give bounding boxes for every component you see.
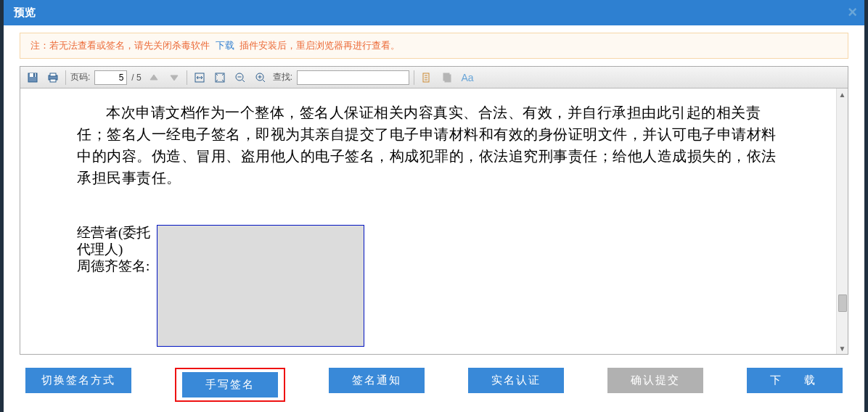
svg-rect-4 (50, 73, 56, 76)
scroll-thumb[interactable] (838, 294, 847, 312)
download-button[interactable]: 下 载 (747, 368, 843, 393)
page-area: 本次申请文档作为一个整体，签名人保证相关内容真实、合法、有效，并自行承担由此引起… (20, 88, 848, 354)
modal-body: 注：若无法查看或签名，请先关闭杀毒软件 下载 插件安装后，重启浏览器再进行查看。… (4, 25, 864, 355)
svg-rect-2 (33, 73, 35, 77)
copy-icon[interactable] (439, 70, 455, 86)
modal-header: 预览 × (4, 0, 864, 25)
scroll-down-icon[interactable]: ▼ (837, 342, 848, 354)
scroll-up-icon[interactable]: ▲ (837, 88, 848, 100)
text-select-icon[interactable]: Aa (459, 70, 475, 86)
svg-line-12 (263, 80, 265, 82)
separator (65, 70, 66, 85)
sig-name-label: 周德齐签名: (77, 258, 157, 275)
page-up-icon[interactable] (146, 70, 162, 86)
page-total: / 5 (131, 73, 141, 83)
zoom-in-icon[interactable] (253, 70, 269, 86)
aa-icon: Aa (461, 72, 473, 83)
download-plugin-link[interactable]: 下载 (216, 40, 234, 51)
footer-buttons: 切换签名方式 手写签名 签名通知 实名认证 确认提交 下 载 (4, 355, 864, 412)
page-label: 页码: (70, 71, 90, 83)
highlighted-action: 手写签名 (175, 368, 285, 402)
document-content: 本次申请文档作为一个整体，签名人保证相关内容真实、合法、有效，并自行承担由此引起… (20, 88, 836, 354)
sign-notice-button[interactable]: 签名通知 (329, 368, 425, 393)
svg-rect-20 (445, 75, 451, 82)
document-viewer: 页码: / 5 (20, 66, 848, 355)
notice-prefix: 注：若无法查看或签名，请先关闭杀毒软件 (30, 40, 210, 51)
modal-title: 预览 (14, 6, 36, 20)
sig-role-label: 经营者(委托代理人) (77, 225, 157, 258)
svg-rect-5 (50, 79, 56, 82)
scroll-track[interactable] (837, 100, 848, 342)
declaration-paragraph: 本次申请文档作为一个整体，签名人保证相关内容真实、合法、有效，并自行承担由此引起… (77, 102, 785, 189)
vertical-scrollbar[interactable]: ▲ ▼ (836, 88, 848, 354)
signature-labels: 经营者(委托代理人) 周德齐签名: (77, 225, 157, 347)
separator (414, 70, 414, 85)
real-name-auth-button[interactable]: 实名认证 (468, 368, 564, 393)
separator (187, 70, 187, 85)
confirm-submit-button: 确认提交 (607, 368, 703, 393)
fit-width-icon[interactable] (192, 70, 208, 86)
select-tool-icon[interactable] (419, 70, 435, 86)
svg-line-9 (242, 80, 245, 82)
print-icon[interactable] (45, 70, 61, 86)
signature-box[interactable] (157, 225, 364, 347)
signature-block: 经营者(委托代理人) 周德齐签名: (77, 225, 785, 347)
notice-bar: 注：若无法查看或签名，请先关闭杀毒软件 下载 插件安装后，重启浏览器再进行查看。 (20, 33, 848, 59)
handwrite-sign-button[interactable]: 手写签名 (182, 372, 278, 397)
notice-suffix: 插件安装后，重启浏览器再进行查看。 (239, 40, 400, 51)
viewer-toolbar: 页码: / 5 (20, 67, 848, 88)
switch-sign-method-button[interactable]: 切换签名方式 (25, 368, 131, 393)
search-input[interactable] (297, 70, 409, 85)
close-icon[interactable]: × (848, 3, 857, 22)
fit-page-icon[interactable] (212, 70, 228, 86)
page-number-input[interactable] (94, 70, 127, 85)
preview-modal: 预览 × 注：若无法查看或签名，请先关闭杀毒软件 下载 插件安装后，重启浏览器再… (4, 0, 864, 412)
zoom-out-icon[interactable] (232, 70, 248, 86)
search-label: 查找: (273, 71, 292, 83)
save-icon[interactable] (25, 70, 41, 86)
page-down-icon[interactable] (166, 70, 182, 86)
